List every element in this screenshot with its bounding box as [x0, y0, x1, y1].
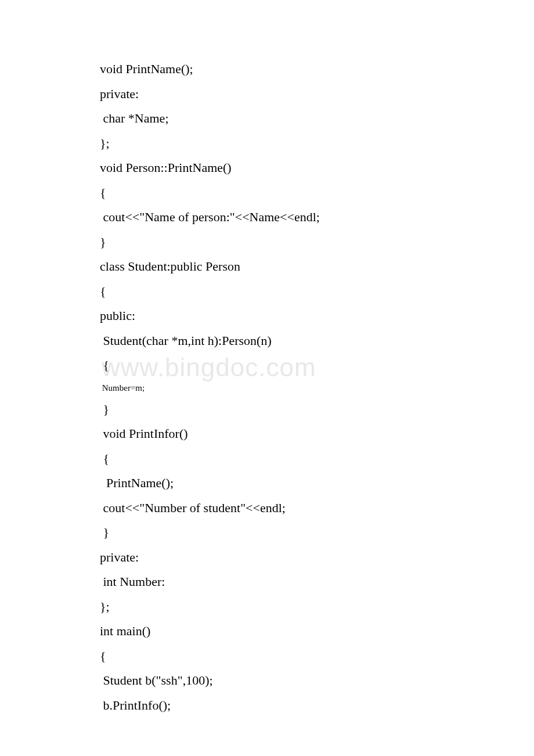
- code-block: void PrintName(); private: char *Name; }…: [0, 0, 534, 712]
- code-line: private:: [100, 551, 476, 564]
- code-line: {: [100, 650, 476, 663]
- code-line: Student b("ssh",100);: [100, 674, 476, 687]
- code-line: void PrintInfor(): [100, 427, 476, 440]
- code-line: {: [100, 452, 476, 465]
- code-line: int Number:: [100, 575, 476, 588]
- code-line: Number=m;: [100, 384, 476, 393]
- code-line: private:: [100, 88, 476, 100]
- code-line: void Person::PrintName(): [100, 161, 476, 174]
- code-line: public:: [100, 309, 476, 322]
- code-line: class Student:public Person: [100, 260, 476, 273]
- code-line: cout<<"Name of person:"<<Name<<endl;: [100, 211, 476, 224]
- code-line: PrintName();: [100, 477, 476, 489]
- code-line: {: [100, 359, 476, 372]
- code-line: void PrintName();: [100, 63, 476, 75]
- code-line: {: [100, 186, 476, 199]
- code-line: {: [100, 285, 476, 298]
- code-line: b.PrintInfo();: [100, 699, 476, 712]
- code-line: cout<<"Number of student"<<endl;: [100, 502, 476, 514]
- code-line: }: [100, 236, 476, 249]
- code-line: Student(char *m,int h):Person(n): [100, 334, 476, 347]
- code-line: char *Name;: [100, 112, 476, 125]
- code-line: }: [100, 403, 476, 416]
- code-line: int main(): [100, 625, 476, 638]
- code-line: };: [100, 137, 476, 150]
- code-line: };: [100, 600, 476, 613]
- code-line: }: [100, 526, 476, 539]
